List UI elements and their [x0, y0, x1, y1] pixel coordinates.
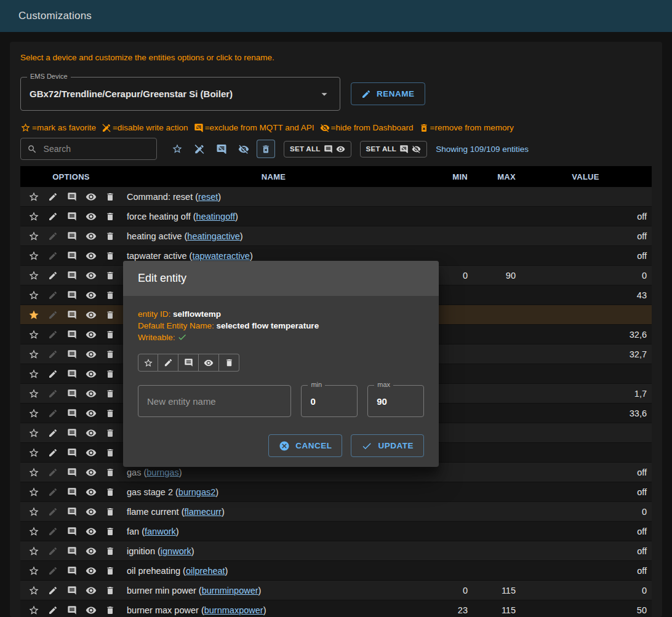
entity-shortname-link[interactable]: flamecurr — [184, 507, 221, 517]
visibility-icon[interactable] — [81, 562, 100, 579]
mqtt-exclude-icon[interactable] — [62, 247, 81, 265]
edit-icon[interactable] — [43, 562, 62, 579]
mqtt-exclude-icon[interactable] — [62, 208, 81, 225]
entity-shortname-link[interactable]: burnminpower — [202, 586, 258, 595]
favorite-star-icon[interactable] — [24, 365, 43, 383]
visibility-toggle[interactable] — [199, 354, 219, 372]
edit-icon[interactable] — [43, 484, 62, 501]
search-input[interactable] — [42, 143, 150, 154]
delete-icon[interactable] — [100, 385, 119, 402]
visibility-icon[interactable] — [81, 523, 100, 540]
visibility-icon[interactable] — [81, 424, 100, 442]
favorite-star-icon[interactable] — [24, 523, 43, 540]
favorite-star-icon[interactable] — [24, 484, 43, 501]
mqtt-exclude-icon[interactable] — [62, 346, 81, 363]
mqtt-exclude-icon[interactable] — [62, 543, 81, 560]
mqtt-exclude-icon[interactable] — [62, 464, 81, 481]
cancel-button[interactable]: CANCEL — [268, 434, 342, 457]
delete-icon[interactable] — [100, 267, 119, 284]
delete-icon[interactable] — [100, 562, 119, 579]
visibility-icon[interactable] — [81, 247, 100, 265]
mqtt-exclude-toggle[interactable] — [178, 354, 199, 372]
filter-deleted-button[interactable] — [257, 140, 275, 158]
delete-icon[interactable] — [100, 247, 119, 265]
filter-hidden-button[interactable] — [234, 140, 253, 158]
favorite-star-icon[interactable] — [24, 247, 43, 265]
delete-toggle[interactable] — [219, 354, 239, 372]
delete-icon[interactable] — [100, 228, 119, 245]
delete-icon[interactable] — [100, 444, 119, 461]
visibility-icon[interactable] — [81, 228, 100, 245]
visibility-icon[interactable] — [81, 208, 100, 225]
delete-icon[interactable] — [100, 365, 119, 383]
min-input[interactable] — [302, 396, 357, 407]
entity-shortname-link[interactable]: heatingactive — [187, 231, 239, 241]
delete-icon[interactable] — [100, 405, 119, 422]
visibility-icon[interactable] — [81, 464, 100, 481]
favorite-star-icon[interactable] — [24, 503, 43, 520]
update-button[interactable]: UPDATE — [351, 434, 424, 457]
favorite-star-icon[interactable] — [24, 228, 43, 245]
mqtt-exclude-icon[interactable] — [62, 523, 81, 540]
mqtt-exclude-icon[interactable] — [62, 385, 81, 402]
search-field[interactable] — [20, 138, 157, 160]
visibility-icon[interactable] — [81, 543, 100, 560]
visibility-icon[interactable] — [81, 326, 100, 343]
delete-icon[interactable] — [100, 346, 119, 363]
edit-icon[interactable] — [43, 306, 62, 324]
edit-icon[interactable] — [43, 543, 62, 560]
favorite-star-icon[interactable] — [24, 444, 43, 461]
filter-mqtt-exclude-button[interactable] — [212, 140, 231, 158]
mqtt-exclude-icon[interactable] — [62, 287, 81, 304]
mqtt-exclude-icon[interactable] — [62, 365, 81, 383]
delete-icon[interactable] — [100, 188, 119, 205]
entity-shortname-link[interactable]: tapwateractive — [192, 251, 250, 261]
writeable-toggle[interactable] — [158, 354, 178, 372]
delete-icon[interactable] — [100, 306, 119, 324]
edit-icon[interactable] — [43, 287, 62, 304]
visibility-icon[interactable] — [81, 306, 100, 324]
edit-icon[interactable] — [43, 267, 62, 284]
rename-button[interactable]: RENAME — [351, 82, 425, 105]
entity-shortname-link[interactable]: reset — [198, 192, 218, 202]
entity-shortname-link[interactable]: fanwork — [145, 527, 176, 536]
edit-icon[interactable] — [43, 405, 62, 422]
delete-icon[interactable] — [100, 503, 119, 520]
mqtt-exclude-icon[interactable] — [62, 306, 81, 324]
mqtt-exclude-icon[interactable] — [62, 602, 81, 617]
favorite-star-icon[interactable] — [24, 326, 43, 343]
new-entity-name-field[interactable] — [138, 385, 291, 417]
mqtt-exclude-icon[interactable] — [62, 228, 81, 245]
edit-icon[interactable] — [43, 444, 62, 461]
edit-icon[interactable] — [43, 503, 62, 520]
delete-icon[interactable] — [100, 523, 119, 540]
max-input[interactable] — [368, 396, 423, 407]
delete-icon[interactable] — [100, 326, 119, 343]
mqtt-exclude-icon[interactable] — [62, 405, 81, 422]
favorite-star-icon[interactable] — [24, 562, 43, 579]
entity-shortname-link[interactable]: oilpreheat — [186, 566, 225, 576]
visibility-icon[interactable] — [81, 582, 100, 599]
favorite-star-icon[interactable] — [24, 346, 43, 363]
favorite-toggle[interactable] — [138, 354, 158, 372]
delete-icon[interactable] — [100, 287, 119, 304]
delete-icon[interactable] — [100, 602, 119, 617]
edit-icon[interactable] — [43, 602, 62, 617]
visibility-icon[interactable] — [81, 405, 100, 422]
entity-shortname-link[interactable]: ignwork — [161, 546, 191, 556]
favorite-star-icon[interactable] — [24, 208, 43, 225]
visibility-icon[interactable] — [81, 188, 100, 205]
visibility-icon[interactable] — [81, 484, 100, 501]
favorite-star-icon[interactable] — [24, 424, 43, 442]
visibility-icon[interactable] — [81, 365, 100, 383]
favorite-star-icon[interactable] — [24, 405, 43, 422]
mqtt-exclude-icon[interactable] — [62, 562, 81, 579]
mqtt-exclude-icon[interactable] — [62, 326, 81, 343]
entity-shortname-link[interactable]: heatingoff — [196, 212, 235, 221]
filter-favorite-button[interactable] — [168, 140, 186, 158]
visibility-icon[interactable] — [81, 287, 100, 304]
max-field[interactable]: max — [367, 385, 424, 417]
favorite-star-icon[interactable] — [24, 385, 43, 402]
edit-icon[interactable] — [43, 464, 62, 481]
visibility-icon[interactable] — [81, 503, 100, 520]
